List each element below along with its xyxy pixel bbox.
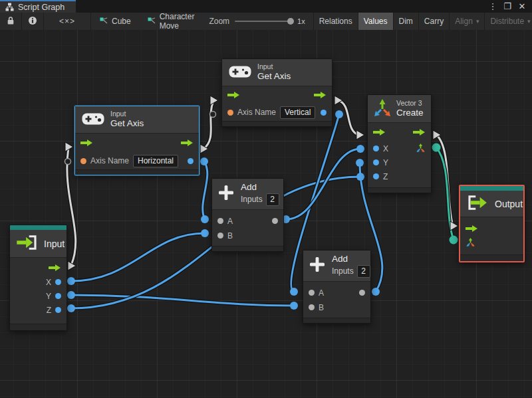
- breadcrumb-character-move[interactable]: Character Move: [139, 13, 203, 30]
- data-plug-icon[interactable]: [290, 288, 298, 296]
- wire-horizontal-to-add1-a[interactable]: [203, 161, 207, 219]
- data-plug-icon[interactable]: [67, 291, 75, 299]
- port-z-out[interactable]: [55, 307, 61, 313]
- maximize-icon[interactable]: ❐: [501, 1, 513, 12]
- dropdown-align[interactable]: Align ▾: [449, 13, 484, 30]
- dropdown-distribute[interactable]: Distribute ▾: [484, 13, 532, 30]
- node-add-2[interactable]: Add Inputs 2 A B: [303, 250, 371, 324]
- empty-port-icon[interactable]: [210, 112, 216, 118]
- gamepad-icon: [82, 112, 104, 128]
- toggle-values[interactable]: Values: [358, 13, 393, 30]
- data-plug-icon[interactable]: [356, 173, 364, 181]
- plus-icon: [309, 256, 326, 275]
- data-plug-icon[interactable]: [201, 229, 209, 237]
- empty-port-icon[interactable]: [65, 159, 71, 165]
- close-icon[interactable]: ✕: [516, 1, 528, 12]
- wire-inputx-to-add1-b[interactable]: [71, 233, 205, 281]
- wire-flow-horizontal-to-vertical[interactable]: [203, 101, 213, 149]
- axis-name-port[interactable]: [227, 110, 233, 116]
- flow-in-arrow-icon[interactable]: [466, 225, 478, 233]
- code-view-button[interactable]: <×>: [44, 13, 91, 30]
- inputs-count-field[interactable]: 2: [266, 193, 279, 206]
- data-plug-icon[interactable]: [67, 277, 75, 285]
- wire-add1-to-vector3-x[interactable]: [286, 149, 360, 219]
- result-out-port[interactable]: [272, 218, 278, 224]
- port-a-in[interactable]: [309, 290, 315, 296]
- info-button[interactable]: [22, 13, 44, 30]
- vector-plug-icon[interactable]: [432, 144, 441, 152]
- node-title: Get Axis: [110, 118, 144, 130]
- data-plug-icon[interactable]: [335, 110, 343, 118]
- data-plug-icon[interactable]: [372, 288, 380, 296]
- tab-script-graph[interactable]: Script Graph: [0, 0, 76, 13]
- inputs-label: Inputs: [332, 266, 354, 276]
- tab-bar: Script Graph ⋮ ❐ ✕: [0, 0, 532, 13]
- flow-out-arrow-icon[interactable]: [181, 139, 194, 147]
- toggle-carry[interactable]: Carry: [418, 13, 449, 30]
- menu-icon[interactable]: ⋮: [487, 1, 499, 12]
- node-vector3-create[interactable]: Vector 3 Create X: [367, 94, 432, 193]
- flow-in-arrow-icon[interactable]: [227, 91, 240, 99]
- flow-plug-icon[interactable]: [450, 221, 458, 231]
- port-label: B: [227, 231, 233, 241]
- tab-title: Script Graph: [18, 3, 65, 12]
- zoom-slider[interactable]: [235, 21, 292, 22]
- inputs-count-field[interactable]: 2: [357, 265, 370, 278]
- breadcrumb-label: Cube: [112, 17, 131, 26]
- breadcrumb-cube[interactable]: Cube: [91, 13, 139, 30]
- node-output[interactable]: Output: [459, 185, 525, 262]
- zoom-slider-handle[interactable]: [287, 18, 294, 25]
- window-controls: ⋮ ❐ ✕: [487, 0, 532, 13]
- flow-out-arrow-icon[interactable]: [413, 128, 426, 136]
- zoom-control: Zoom 1x: [202, 13, 311, 30]
- port-label: Axis Name: [237, 108, 276, 117]
- flow-in-arrow-icon[interactable]: [373, 128, 386, 136]
- data-plug-icon[interactable]: [290, 302, 298, 310]
- axis-name-port[interactable]: [80, 158, 86, 164]
- node-add-1[interactable]: Add Inputs 2 A B: [211, 178, 284, 252]
- vector-plug-icon[interactable]: [450, 236, 458, 245]
- port-y-in[interactable]: [373, 159, 379, 165]
- toggle-relations[interactable]: Relations: [313, 13, 358, 30]
- node-subtitle: Vector 3: [396, 99, 424, 108]
- output-bracket-icon: [466, 195, 489, 213]
- data-plug-icon[interactable]: [356, 145, 364, 153]
- data-plug-icon[interactable]: [356, 159, 364, 167]
- view-toggles: Relations Values Dim Carry Align ▾ Distr…: [313, 13, 532, 30]
- flow-in-arrow-icon[interactable]: [80, 139, 93, 147]
- data-plug-icon[interactable]: [67, 304, 75, 312]
- node-get-axis-vertical[interactable]: Input Get Axis Axis Name Vertical: [221, 58, 332, 127]
- data-plug-icon[interactable]: [201, 215, 209, 223]
- flow-out-arrow-icon[interactable]: [49, 264, 61, 272]
- port-a-in[interactable]: [217, 218, 223, 224]
- port-b-in[interactable]: [309, 304, 315, 310]
- flow-out-arrow-icon[interactable]: [314, 91, 327, 99]
- node-footer: [212, 246, 283, 251]
- unit-banner: [10, 225, 66, 230]
- vector3-in-port-icon[interactable]: [466, 237, 475, 249]
- vector3-out-port-icon[interactable]: [416, 143, 426, 155]
- node-input[interactable]: Input X Y Z: [9, 225, 67, 331]
- axis-name-field[interactable]: Vertical: [280, 106, 315, 119]
- port-b-in[interactable]: [217, 233, 223, 239]
- port-x-out[interactable]: [55, 279, 61, 285]
- data-plug-icon[interactable]: [200, 157, 208, 165]
- node-footer: [368, 187, 431, 193]
- port-y-out[interactable]: [55, 293, 61, 299]
- port-label: Y: [46, 292, 51, 301]
- graph-canvas[interactable]: Input Get Axis Axis Name Vertical: [0, 30, 532, 398]
- flow-plug-icon[interactable]: [356, 130, 364, 140]
- info-icon: [28, 16, 37, 27]
- node-title: Add: [332, 254, 370, 265]
- result-out-port[interactable]: [359, 290, 365, 296]
- node-get-axis-horizontal[interactable]: Input Get Axis Axis Name Horizontal: [74, 106, 200, 175]
- port-z-in[interactable]: [373, 173, 379, 179]
- port-x-in[interactable]: [373, 146, 379, 151]
- port-label: Z: [383, 172, 388, 181]
- value-out-port[interactable]: [321, 110, 327, 116]
- script-graph-window: Script Graph ⋮ ❐ ✕: [0, 0, 532, 398]
- value-out-port[interactable]: [188, 158, 194, 164]
- toggle-dim[interactable]: Dim: [393, 13, 418, 30]
- axis-name-field[interactable]: Horizontal: [133, 155, 178, 167]
- lock-button[interactable]: [0, 13, 22, 30]
